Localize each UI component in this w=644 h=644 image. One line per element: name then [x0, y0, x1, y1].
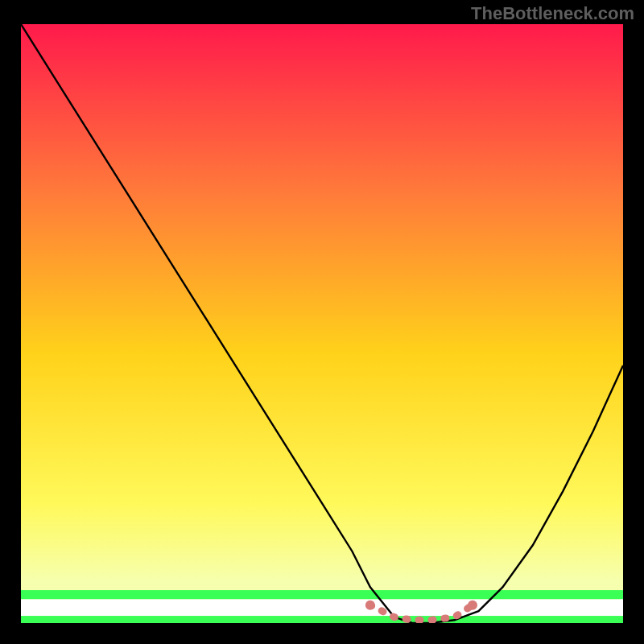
watermark-text: TheBottleneck.com: [471, 3, 634, 24]
optimal-marker-dot: [468, 601, 477, 610]
bottleneck-chart-svg: [21, 24, 623, 623]
optimal-marker-dot: [365, 601, 375, 610]
green-band-bottom: [21, 616, 623, 623]
plot-area: [21, 24, 623, 623]
gradient-background: [21, 24, 623, 623]
inner-white-band: [21, 599, 623, 616]
chart-container: TheBottleneck.com: [0, 0, 644, 644]
green-band-top: [21, 590, 623, 599]
